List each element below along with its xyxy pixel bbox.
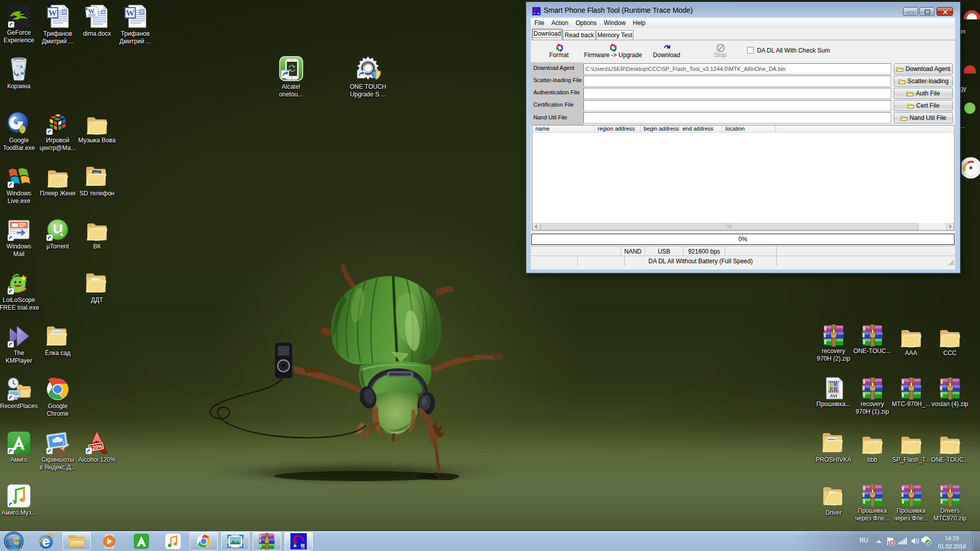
svg-text:e: e bbox=[42, 534, 50, 549]
